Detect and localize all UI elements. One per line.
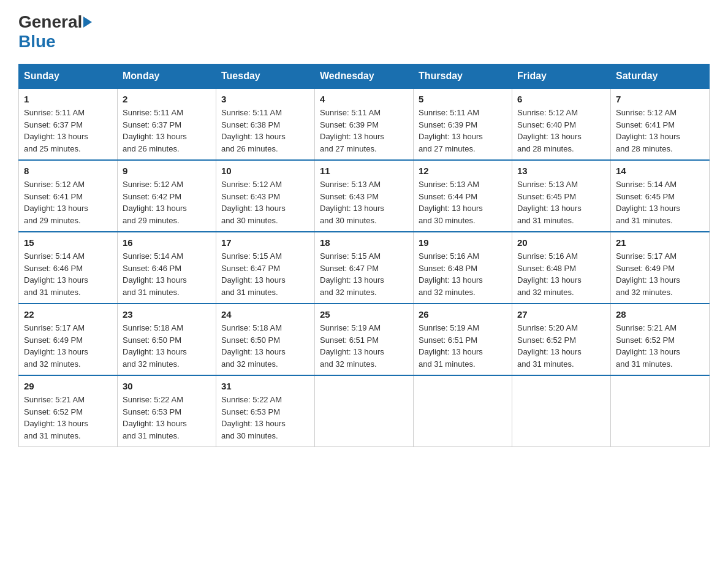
calendar-cell: 16 Sunrise: 5:14 AM Sunset: 6:46 PM Dayl… [118, 232, 216, 304]
day-info: Sunrise: 5:19 AM Sunset: 6:51 PM Dayligh… [320, 322, 408, 370]
calendar-cell [611, 375, 710, 447]
day-info: Sunrise: 5:11 AM Sunset: 6:37 PM Dayligh… [123, 107, 211, 155]
day-number: 1 [24, 94, 112, 104]
calendar-cell: 18 Sunrise: 5:15 AM Sunset: 6:47 PM Dayl… [315, 232, 414, 304]
day-number: 29 [24, 381, 112, 391]
day-number: 5 [419, 94, 507, 104]
day-number: 8 [24, 166, 112, 176]
header-friday: Friday [512, 64, 611, 89]
day-info: Sunrise: 5:14 AM Sunset: 6:45 PM Dayligh… [616, 178, 704, 226]
day-info: Sunrise: 5:22 AM Sunset: 6:53 PM Dayligh… [123, 394, 211, 442]
day-number: 28 [616, 309, 704, 320]
day-number: 30 [123, 381, 211, 391]
calendar-cell [414, 375, 512, 447]
calendar-cell: 13 Sunrise: 5:13 AM Sunset: 6:45 PM Dayl… [512, 160, 611, 232]
day-number: 4 [320, 94, 408, 104]
day-info: Sunrise: 5:17 AM Sunset: 6:49 PM Dayligh… [616, 250, 704, 298]
logo-triangle-icon [83, 17, 92, 28]
day-number: 23 [123, 309, 211, 320]
day-number: 31 [221, 381, 309, 391]
calendar-cell: 6 Sunrise: 5:12 AM Sunset: 6:40 PM Dayli… [512, 88, 611, 160]
day-number: 26 [419, 309, 507, 320]
day-number: 6 [517, 94, 605, 104]
calendar-cell [315, 375, 414, 447]
day-number: 15 [24, 237, 112, 248]
logo: General Blue [18, 12, 92, 52]
day-info: Sunrise: 5:11 AM Sunset: 6:38 PM Dayligh… [221, 107, 309, 155]
day-info: Sunrise: 5:18 AM Sunset: 6:50 PM Dayligh… [123, 322, 211, 370]
calendar-cell: 4 Sunrise: 5:11 AM Sunset: 6:39 PM Dayli… [315, 88, 414, 160]
calendar-cell: 2 Sunrise: 5:11 AM Sunset: 6:37 PM Dayli… [118, 88, 216, 160]
day-info: Sunrise: 5:12 AM Sunset: 6:40 PM Dayligh… [517, 107, 605, 155]
day-number: 19 [419, 237, 507, 248]
calendar-cell: 26 Sunrise: 5:19 AM Sunset: 6:51 PM Dayl… [414, 304, 512, 375]
calendar-cell: 28 Sunrise: 5:21 AM Sunset: 6:52 PM Dayl… [611, 304, 710, 375]
day-number: 24 [221, 309, 309, 320]
day-info: Sunrise: 5:18 AM Sunset: 6:50 PM Dayligh… [221, 322, 309, 370]
day-info: Sunrise: 5:15 AM Sunset: 6:47 PM Dayligh… [221, 250, 309, 298]
day-number: 2 [123, 94, 211, 104]
header-monday: Monday [118, 64, 216, 89]
day-number: 12 [419, 166, 507, 176]
header-wednesday: Wednesday [315, 64, 414, 89]
calendar-cell: 27 Sunrise: 5:20 AM Sunset: 6:52 PM Dayl… [512, 304, 611, 375]
calendar-cell: 22 Sunrise: 5:17 AM Sunset: 6:49 PM Dayl… [19, 304, 118, 375]
calendar-header-row: SundayMondayTuesdayWednesdayThursdayFrid… [19, 64, 710, 89]
calendar-cell: 10 Sunrise: 5:12 AM Sunset: 6:43 PM Dayl… [216, 160, 315, 232]
calendar-cell: 29 Sunrise: 5:21 AM Sunset: 6:52 PM Dayl… [19, 375, 118, 447]
day-number: 14 [616, 166, 704, 176]
calendar-cell: 25 Sunrise: 5:19 AM Sunset: 6:51 PM Dayl… [315, 304, 414, 375]
day-number: 20 [517, 237, 605, 248]
day-info: Sunrise: 5:21 AM Sunset: 6:52 PM Dayligh… [24, 394, 112, 442]
header-thursday: Thursday [414, 64, 512, 89]
calendar-cell: 1 Sunrise: 5:11 AM Sunset: 6:37 PM Dayli… [19, 88, 118, 160]
day-info: Sunrise: 5:12 AM Sunset: 6:41 PM Dayligh… [24, 178, 112, 226]
calendar-cell: 30 Sunrise: 5:22 AM Sunset: 6:53 PM Dayl… [118, 375, 216, 447]
day-number: 21 [616, 237, 704, 248]
logo-text-general: General [18, 12, 82, 32]
day-info: Sunrise: 5:11 AM Sunset: 6:39 PM Dayligh… [320, 107, 408, 155]
day-number: 22 [24, 309, 112, 320]
week-row-1: 1 Sunrise: 5:11 AM Sunset: 6:37 PM Dayli… [19, 88, 710, 160]
week-row-3: 15 Sunrise: 5:14 AM Sunset: 6:46 PM Dayl… [19, 232, 710, 304]
calendar-cell: 9 Sunrise: 5:12 AM Sunset: 6:42 PM Dayli… [118, 160, 216, 232]
header-saturday: Saturday [611, 64, 710, 89]
day-info: Sunrise: 5:11 AM Sunset: 6:37 PM Dayligh… [24, 107, 112, 155]
day-number: 10 [221, 166, 309, 176]
day-info: Sunrise: 5:16 AM Sunset: 6:48 PM Dayligh… [517, 250, 605, 298]
calendar-cell: 14 Sunrise: 5:14 AM Sunset: 6:45 PM Dayl… [611, 160, 710, 232]
calendar-cell: 17 Sunrise: 5:15 AM Sunset: 6:47 PM Dayl… [216, 232, 315, 304]
calendar-cell: 15 Sunrise: 5:14 AM Sunset: 6:46 PM Dayl… [19, 232, 118, 304]
day-info: Sunrise: 5:20 AM Sunset: 6:52 PM Dayligh… [517, 322, 605, 370]
day-number: 17 [221, 237, 309, 248]
calendar-cell: 8 Sunrise: 5:12 AM Sunset: 6:41 PM Dayli… [19, 160, 118, 232]
day-info: Sunrise: 5:15 AM Sunset: 6:47 PM Dayligh… [320, 250, 408, 298]
week-row-2: 8 Sunrise: 5:12 AM Sunset: 6:41 PM Dayli… [19, 160, 710, 232]
day-number: 13 [517, 166, 605, 176]
calendar-cell [512, 375, 611, 447]
calendar-cell: 20 Sunrise: 5:16 AM Sunset: 6:48 PM Dayl… [512, 232, 611, 304]
calendar-cell: 5 Sunrise: 5:11 AM Sunset: 6:39 PM Dayli… [414, 88, 512, 160]
header-tuesday: Tuesday [216, 64, 315, 89]
header-sunday: Sunday [19, 64, 118, 89]
calendar-cell: 7 Sunrise: 5:12 AM Sunset: 6:41 PM Dayli… [611, 88, 710, 160]
day-number: 7 [616, 94, 704, 104]
day-info: Sunrise: 5:13 AM Sunset: 6:44 PM Dayligh… [419, 178, 507, 226]
day-info: Sunrise: 5:19 AM Sunset: 6:51 PM Dayligh… [419, 322, 507, 370]
calendar-cell: 12 Sunrise: 5:13 AM Sunset: 6:44 PM Dayl… [414, 160, 512, 232]
page-header: General Blue [18, 12, 710, 52]
day-info: Sunrise: 5:12 AM Sunset: 6:42 PM Dayligh… [123, 178, 211, 226]
calendar-cell: 23 Sunrise: 5:18 AM Sunset: 6:50 PM Dayl… [118, 304, 216, 375]
day-number: 16 [123, 237, 211, 248]
calendar-cell: 3 Sunrise: 5:11 AM Sunset: 6:38 PM Dayli… [216, 88, 315, 160]
calendar-cell: 31 Sunrise: 5:22 AM Sunset: 6:53 PM Dayl… [216, 375, 315, 447]
day-info: Sunrise: 5:17 AM Sunset: 6:49 PM Dayligh… [24, 322, 112, 370]
day-number: 9 [123, 166, 211, 176]
day-info: Sunrise: 5:22 AM Sunset: 6:53 PM Dayligh… [221, 394, 309, 442]
calendar-cell: 19 Sunrise: 5:16 AM Sunset: 6:48 PM Dayl… [414, 232, 512, 304]
day-number: 18 [320, 237, 408, 248]
day-info: Sunrise: 5:13 AM Sunset: 6:43 PM Dayligh… [320, 178, 408, 226]
calendar-cell: 21 Sunrise: 5:17 AM Sunset: 6:49 PM Dayl… [611, 232, 710, 304]
week-row-4: 22 Sunrise: 5:17 AM Sunset: 6:49 PM Dayl… [19, 304, 710, 375]
day-info: Sunrise: 5:16 AM Sunset: 6:48 PM Dayligh… [419, 250, 507, 298]
